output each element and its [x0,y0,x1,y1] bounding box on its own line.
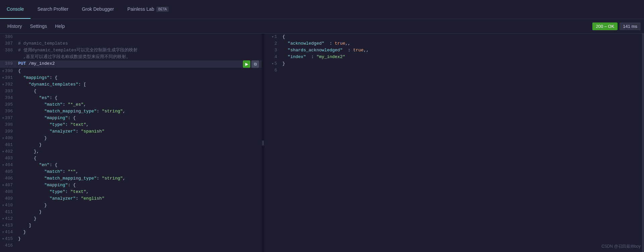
line-number: ▾414 [0,229,17,236]
right-handle[interactable] [642,34,644,252]
line-number: 398 [0,121,17,128]
editor-line: 399 "analyzer": "spanish" [0,128,262,135]
output-line-content: "shards_acknowledged" : true,, [281,47,642,54]
pane-divider[interactable] [262,34,264,252]
run-button[interactable]: ▶ [243,60,250,68]
status-time: 141 ms [620,22,641,30]
copy-button[interactable]: ⧉ [252,60,259,68]
code-editor[interactable]: 386387# dynamic_templates388# 使用dynamic_… [0,34,262,252]
editor-line: ▾392 "dynamic_templates": [ [0,81,262,88]
line-content: "es": { [17,95,262,101]
editor-line: 405 "match": "*", [0,168,262,175]
line-number: 401 [0,142,17,148]
editor-line: 411 } [0,209,262,215]
status-badge: 200 – OK [592,22,618,30]
line-content: } [17,135,262,142]
editor-line: 408 "type": "text", [0,189,262,195]
line-number: ▾412 [0,215,17,222]
output-content[interactable]: ▾1{2 "acknowledged" : true,,3 "shards_ac… [264,34,642,252]
output-line-number: ▾5 [264,60,281,67]
line-content: { [17,155,262,162]
output-line-number: 2 [264,40,281,47]
editor-line: ▾404 "en": { [0,162,262,168]
top-nav: Console Search Profiler Grok Debugger Pa… [0,0,644,19]
editor-line: ▾397 "mapping": { [0,115,262,121]
editor-line: 388# 使用dynamic_templates可以完全控制新生成字段的映射 [0,47,262,54]
editor-line: 393 { [0,88,262,95]
output-line: ▾5} [264,60,642,67]
tab-painless-lab[interactable]: Painless Lab BETA [121,0,176,19]
line-content: "type": "text", [17,189,262,195]
nav-help[interactable]: Help [51,19,69,33]
output-line-number: 6 [264,67,281,74]
line-number: 386 [0,34,17,40]
line-content: "analyzer": "spanish" [17,128,262,135]
editor-line: 401 } [0,142,262,148]
editor-line: ▾402 }, [0,148,262,155]
main-area: 386387# dynamic_templates388# 使用dynamic_… [0,34,644,252]
line-content: "dynamic_templates": [ [17,81,262,88]
line-actions: ▶ ⧉ [243,60,262,68]
line-content: } [17,209,262,215]
line-number: ▾392 [0,81,17,88]
editor-line: 406 "match_mapping_type": "string", [0,175,262,182]
line-content: "mapping": { [17,115,262,121]
line-number: 416 [0,242,17,249]
editor-line: 416 [0,242,262,249]
line-number: 387 [0,40,17,47]
line-content: # dynamic_templates [17,40,262,47]
output-line: 2 "acknowledged" : true,, [264,40,642,47]
editor-line: ▾412 } [0,215,262,222]
nav-settings[interactable]: Settings [26,19,51,33]
editor-line: ▾390{ [0,68,262,74]
tab-search-profiler[interactable]: Search Profiler [31,0,75,19]
line-number: 411 [0,209,17,215]
editor-line: 389PUT /my_index2 ▶ ⧉ [0,60,262,68]
secondary-nav: History Settings Help 200 – OK 141 ms [0,19,644,34]
line-content: "mapping": { [17,182,262,189]
line-number: ▾404 [0,162,17,168]
line-number: ▾407 [0,182,17,189]
editor-line: ▾415} [0,236,262,242]
line-content: "match_mapping_type": "string", [17,108,262,115]
tab-grok-debugger[interactable]: Grok Debugger [75,0,121,19]
line-content: "en": { [17,162,262,168]
line-number: 393 [0,88,17,95]
line-content: # 使用dynamic_templates可以完全控制新生成字段的映射 [17,47,262,54]
line-content: { [17,68,262,74]
beta-badge: BETA [156,7,169,12]
output-line-content: "acknowledged" : true,, [281,40,642,47]
line-content: }, [17,148,262,155]
line-number: 405 [0,168,17,175]
line-number: 389 [0,60,17,67]
status-area: 200 – OK 141 ms [592,22,641,30]
editor-line: 398 "type": "text", [0,121,262,128]
line-number: 388 [0,47,17,54]
output-line-number: 4 [264,54,281,60]
line-number: 394 [0,95,17,101]
line-number: ▾415 [0,236,17,242]
line-number: 395 [0,101,17,108]
editor-line: 396 "match_mapping_type": "string", [0,108,262,115]
editor-line: 387# dynamic_templates [0,40,262,47]
output-line-content: { [281,34,642,40]
editor-pane: 386387# dynamic_templates388# 使用dynamic_… [0,34,262,252]
line-content: "match": "*_es", [17,101,262,108]
line-content: } [17,229,262,236]
line-number: ▾413 [0,222,17,229]
line-content: "type": "text", [17,121,262,128]
output-line: 4 "index" : "my_index2" [264,54,642,60]
line-content: } [17,142,262,148]
line-number: 409 [0,195,17,202]
line-content: } [17,215,262,222]
tab-console[interactable]: Console [0,0,31,19]
line-content: ] [17,222,262,229]
line-content: ,基至可以通过字段名称或数据类型来应用不同的映射。 [17,54,262,60]
editor-line: 409 "analyzer": "english" [0,195,262,202]
editor-line: 394 "es": { [0,95,262,101]
nav-history[interactable]: History [3,19,26,33]
line-content: } [17,236,262,242]
line-content: PUT /my_index2 [17,60,243,67]
editor-line: 395 "match": "*_es", [0,101,262,108]
line-number: ▾402 [0,148,17,155]
